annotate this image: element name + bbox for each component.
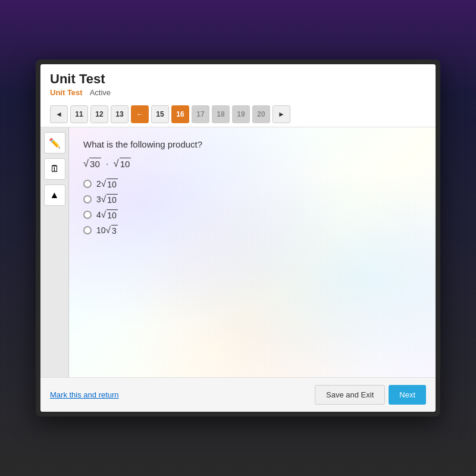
left-toolbar: ✏️ 🗓 ▲ — [40, 127, 69, 377]
page-13-button[interactable]: 13 — [111, 105, 129, 123]
answer-label-a: 2√10 — [96, 178, 118, 189]
sqrt-10: √10 — [114, 158, 131, 169]
content-window: Unit Test Unit Test Active ◄ 11 12 13 ← … — [40, 64, 436, 412]
subtitle-name: Unit Test — [50, 88, 83, 97]
radio-c[interactable] — [83, 211, 92, 219]
page-20-button[interactable]: 20 — [252, 105, 270, 123]
mark-return-button[interactable]: Mark this and return — [50, 390, 119, 399]
page-11-button[interactable]: 11 — [70, 105, 88, 123]
main-area: ✏️ 🗓 ▲ What is the following product? √3… — [40, 127, 436, 377]
footer-bar: Mark this and return Save and Exit Next — [40, 377, 436, 412]
window-header: Unit Test Unit Test Active — [40, 64, 436, 97]
answer-options: 2√10 3√10 4√10 — [83, 178, 421, 236]
calculator-tool-button[interactable]: 🗓 — [44, 158, 65, 180]
page-title: Unit Test — [50, 71, 426, 87]
answer-label-d: 10√3 — [96, 225, 118, 236]
radio-d[interactable] — [83, 226, 92, 234]
back-arrow-button[interactable]: ← — [131, 105, 149, 123]
page-16-button[interactable]: 16 — [171, 105, 189, 123]
nav-bar: ◄ 11 12 13 ← 15 16 17 18 19 20 ► — [40, 102, 436, 127]
monitor-frame: Unit Test Unit Test Active ◄ 11 12 13 ← … — [36, 60, 440, 416]
prev-page-button[interactable]: ◄ — [50, 105, 68, 123]
subtitle-status: Active — [90, 88, 111, 97]
answer-option-b[interactable]: 3√10 — [83, 194, 421, 205]
next-button[interactable]: Next — [389, 385, 426, 405]
page-12-button[interactable]: 12 — [90, 105, 108, 123]
pencil-icon: ✏️ — [49, 137, 61, 149]
footer-buttons: Save and Exit Next — [315, 385, 426, 405]
answer-label-c: 4√10 — [96, 209, 118, 220]
sqrt-30: √30 — [83, 158, 101, 169]
arrow-tool-button[interactable]: ▲ — [44, 184, 65, 206]
question-text: What is the following product? — [83, 139, 421, 149]
next-page-button[interactable]: ► — [273, 105, 290, 123]
page-18-button[interactable]: 18 — [212, 105, 230, 123]
save-exit-button[interactable]: Save and Exit — [315, 385, 385, 405]
answer-option-c[interactable]: 4√10 — [83, 209, 421, 220]
radio-a[interactable] — [83, 180, 92, 188]
page-15-button[interactable]: 15 — [151, 105, 169, 123]
calculator-icon: 🗓 — [50, 164, 60, 174]
window-subtitle: Unit Test Active — [50, 88, 426, 97]
answer-option-a[interactable]: 2√10 — [83, 178, 421, 189]
answer-label-b: 3√10 — [96, 194, 118, 205]
arrow-icon: ▲ — [50, 190, 60, 201]
question-area: What is the following product? √30 · √10 — [69, 127, 436, 377]
answer-option-d[interactable]: 10√3 — [83, 225, 421, 236]
math-expression: √30 · √10 — [83, 158, 421, 169]
pencil-tool-button[interactable]: ✏️ — [44, 132, 65, 154]
page-19-button[interactable]: 19 — [232, 105, 250, 123]
page-17-button[interactable]: 17 — [192, 105, 209, 123]
radio-b[interactable] — [83, 195, 92, 203]
